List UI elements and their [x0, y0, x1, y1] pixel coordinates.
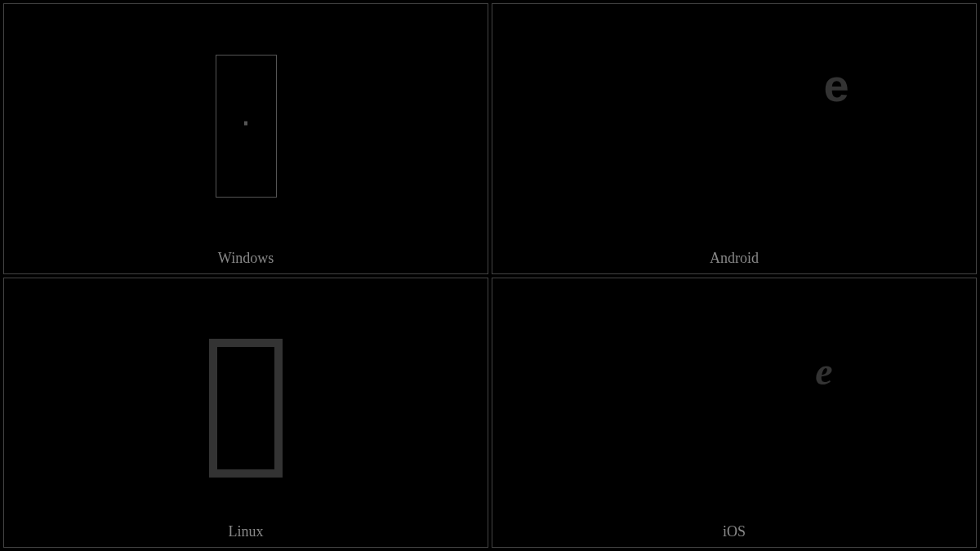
glyph-area-windows	[4, 4, 488, 273]
missing-glyph-mark	[244, 122, 247, 126]
glyph-comparison-grid: Windows e Android Linux e iOS	[0, 0, 980, 551]
cell-android: e Android	[492, 3, 977, 274]
cell-ios: e iOS	[492, 278, 977, 549]
platform-label-android: Android	[710, 250, 759, 267]
glyph-area-ios: e	[492, 278, 976, 548]
missing-glyph-box-icon	[209, 339, 283, 478]
platform-label-ios: iOS	[723, 523, 746, 540]
cell-linux: Linux	[3, 278, 488, 549]
platform-label-windows: Windows	[218, 250, 274, 267]
glyph-e-cursive: e	[815, 352, 832, 391]
glyph-e-sans: e	[823, 63, 849, 109]
missing-glyph-box-icon	[216, 55, 277, 198]
glyph-area-android: e	[492, 4, 976, 273]
cell-windows: Windows	[3, 3, 488, 274]
glyph-area-linux	[4, 278, 488, 548]
platform-label-linux: Linux	[229, 523, 264, 540]
